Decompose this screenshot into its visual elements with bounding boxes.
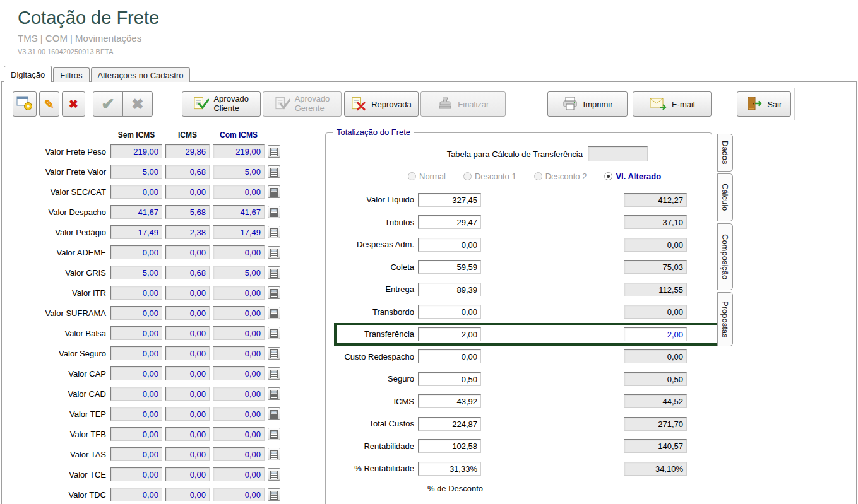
icms-field[interactable]: 0,00 bbox=[165, 407, 210, 421]
com-icms-field[interactable]: 5,00 bbox=[213, 165, 265, 179]
value-col1-field[interactable]: 102,58 bbox=[418, 439, 481, 453]
calculator-button[interactable] bbox=[268, 468, 280, 481]
tabela-transferencia-field[interactable] bbox=[588, 146, 648, 161]
com-icms-field[interactable]: 0,00 bbox=[213, 467, 265, 481]
value-col2-field[interactable]: 0,00 bbox=[624, 238, 687, 252]
icms-field[interactable]: 0,68 bbox=[165, 266, 210, 279]
value-col1-field[interactable]: 0,00 bbox=[418, 305, 481, 319]
side-tab-composicao[interactable]: Composição bbox=[717, 223, 733, 290]
icms-field[interactable]: 0,00 bbox=[165, 488, 210, 501]
icms-field[interactable]: 2,38 bbox=[165, 225, 210, 239]
icms-field[interactable]: 0,00 bbox=[165, 346, 210, 360]
calculator-button[interactable] bbox=[268, 246, 280, 259]
sem-icms-field[interactable]: 41,67 bbox=[110, 205, 162, 219]
new-record-button[interactable] bbox=[13, 91, 37, 117]
calculator-button[interactable] bbox=[268, 226, 280, 238]
calculator-button[interactable] bbox=[268, 448, 280, 460]
calculator-button[interactable] bbox=[268, 165, 280, 178]
value-col2-field[interactable]: 0,00 bbox=[624, 305, 687, 319]
icms-field[interactable]: 29,86 bbox=[165, 144, 210, 158]
value-col2-field[interactable]: 412,27 bbox=[624, 193, 687, 207]
value-col2-field[interactable]: 112,55 bbox=[624, 283, 687, 296]
email-button[interactable]: E-mail bbox=[633, 91, 712, 117]
sem-icms-field[interactable]: 0,00 bbox=[110, 387, 162, 401]
com-icms-field[interactable]: 0,00 bbox=[213, 245, 265, 259]
com-icms-field[interactable]: 0,00 bbox=[213, 306, 265, 320]
value-col1-field[interactable]: 0,00 bbox=[418, 349, 481, 363]
sem-icms-field[interactable]: 0,00 bbox=[110, 286, 162, 300]
reprovada-button[interactable]: Reprovada bbox=[344, 91, 419, 117]
tab-alteracoes-no-cadastro[interactable]: Alterações no Cadastro bbox=[91, 67, 191, 82]
sem-icms-field[interactable]: 0,00 bbox=[110, 488, 162, 501]
value-col1-field[interactable]: 0,50 bbox=[418, 372, 481, 386]
com-icms-field[interactable]: 0,00 bbox=[213, 447, 265, 461]
icms-field[interactable]: 0,00 bbox=[165, 467, 210, 481]
value-col1-field[interactable]: 89,39 bbox=[418, 283, 481, 296]
aprovado-cliente-button[interactable]: Aprovado Cliente bbox=[182, 91, 261, 117]
calculator-button[interactable] bbox=[268, 145, 280, 158]
finalizar-button[interactable]: Finalizar bbox=[420, 91, 506, 117]
com-icms-field[interactable]: 0,00 bbox=[213, 286, 265, 300]
calculator-button[interactable] bbox=[268, 307, 280, 319]
icms-field[interactable]: 0,68 bbox=[165, 165, 210, 179]
value-col2-field[interactable]: 271,70 bbox=[624, 417, 687, 431]
sem-icms-field[interactable]: 0,00 bbox=[110, 407, 162, 421]
value-col1-field[interactable]: 327,45 bbox=[418, 193, 481, 207]
cancel-button[interactable]: ✖ bbox=[122, 91, 153, 117]
calculator-button[interactable] bbox=[268, 286, 280, 299]
tab-filtros[interactable]: Filtros bbox=[53, 67, 89, 82]
icms-field[interactable]: 0,00 bbox=[165, 306, 210, 320]
value-col2-field[interactable]: 0,00 bbox=[624, 349, 687, 363]
com-icms-field[interactable]: 17,49 bbox=[213, 225, 265, 239]
sem-icms-field[interactable]: 0,00 bbox=[110, 306, 162, 320]
imprimir-button[interactable]: Imprimir bbox=[547, 91, 628, 117]
sem-icms-field[interactable]: 0,00 bbox=[110, 346, 162, 360]
calculator-button[interactable] bbox=[268, 428, 280, 440]
side-tab-calculo[interactable]: Cálculo bbox=[717, 173, 733, 221]
radio-normal[interactable]: Normal bbox=[408, 172, 446, 181]
calculator-button[interactable] bbox=[268, 387, 280, 400]
confirm-button[interactable]: ✔ bbox=[93, 91, 123, 117]
com-icms-field[interactable]: 0,00 bbox=[213, 326, 265, 340]
radio-desconto-2[interactable]: Desconto 2 bbox=[534, 172, 587, 181]
value-col2-field[interactable]: 0,50 bbox=[624, 372, 687, 386]
radio-vl-alterado[interactable]: Vl. Alterado bbox=[604, 172, 661, 181]
icms-field[interactable]: 0,00 bbox=[165, 387, 210, 401]
icms-field[interactable]: 0,00 bbox=[165, 427, 210, 441]
sem-icms-field[interactable]: 17,49 bbox=[110, 225, 162, 239]
sem-icms-field[interactable]: 0,00 bbox=[110, 447, 162, 461]
com-icms-field[interactable]: 0,00 bbox=[213, 407, 265, 421]
value-col2-field[interactable]: 44,52 bbox=[624, 394, 687, 408]
icms-field[interactable]: 0,00 bbox=[165, 366, 210, 380]
com-icms-field[interactable]: 0,00 bbox=[213, 346, 265, 360]
icms-field[interactable]: 0,00 bbox=[165, 245, 210, 259]
sem-icms-field[interactable]: 0,00 bbox=[110, 326, 162, 340]
calculator-button[interactable] bbox=[268, 407, 280, 420]
icms-field[interactable]: 0,00 bbox=[165, 185, 210, 199]
value-col2-field[interactable]: 34,10% bbox=[624, 462, 687, 476]
calculator-button[interactable] bbox=[268, 488, 280, 501]
icms-field[interactable]: 0,00 bbox=[165, 447, 210, 461]
aprovado-gerente-button[interactable]: Aprovado Gerente bbox=[263, 91, 342, 117]
com-icms-field[interactable]: 0,00 bbox=[213, 366, 265, 380]
com-icms-field[interactable]: 41,67 bbox=[213, 205, 265, 219]
calculator-button[interactable] bbox=[268, 367, 280, 380]
value-col2-field[interactable]: 75,03 bbox=[624, 260, 687, 274]
com-icms-field[interactable]: 0,00 bbox=[213, 488, 265, 501]
sem-icms-field[interactable]: 5,00 bbox=[110, 266, 162, 279]
calculator-button[interactable] bbox=[268, 266, 280, 279]
tab-digitacao[interactable]: Digitação bbox=[4, 66, 52, 82]
com-icms-field[interactable]: 5,00 bbox=[213, 266, 265, 279]
side-tab-propostas[interactable]: Propostas bbox=[717, 292, 733, 346]
sem-icms-field[interactable]: 5,00 bbox=[110, 165, 162, 179]
sair-button[interactable]: Sair bbox=[737, 91, 791, 117]
value-col1-field[interactable]: 224,87 bbox=[418, 417, 481, 431]
sem-icms-field[interactable]: 0,00 bbox=[110, 366, 162, 380]
sem-icms-field[interactable]: 0,00 bbox=[110, 427, 162, 441]
com-icms-field[interactable]: 219,00 bbox=[213, 144, 265, 158]
calculator-button[interactable] bbox=[268, 327, 280, 339]
value-col1-field[interactable]: 29,47 bbox=[418, 215, 481, 229]
delete-button[interactable]: ✖ bbox=[62, 91, 86, 117]
icms-field[interactable]: 5,68 bbox=[165, 205, 210, 219]
value-col1-field[interactable]: 2,00 bbox=[418, 327, 481, 341]
